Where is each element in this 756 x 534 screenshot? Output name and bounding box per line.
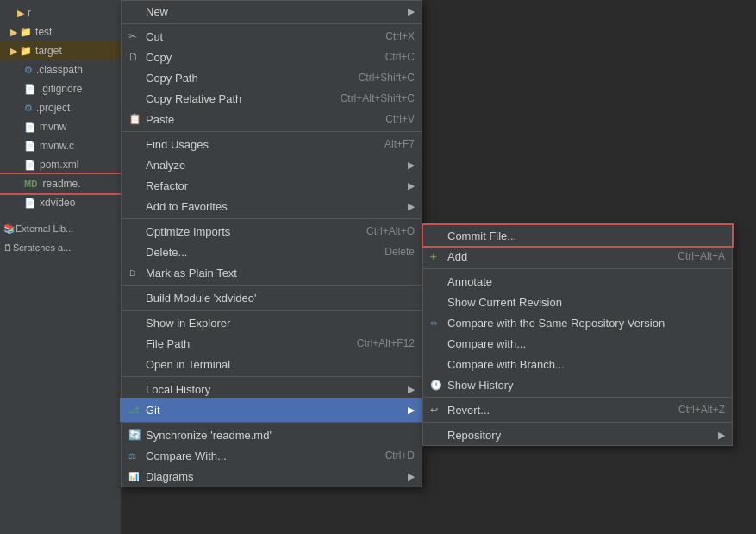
git-icon: ⎇: [128, 405, 140, 416]
file-icon: 📄: [24, 198, 36, 209]
menu-separator: [122, 218, 422, 219]
md-icon: MD: [24, 179, 38, 189]
menu-item-copy-path[interactable]: Copy Path Ctrl+Shift+C: [122, 67, 422, 88]
diagram-icon: 📊: [128, 472, 139, 481]
menu-item-paste[interactable]: 📋 Paste Ctrl+V: [122, 109, 422, 129]
git-sub-menu: Commit File... + Add Ctrl+Alt+A Annotate…: [422, 224, 733, 446]
menu-item-find-usages[interactable]: Find Usages Alt+F7: [122, 134, 422, 154]
menu-item-compare-branch[interactable]: Compare with Branch...: [423, 354, 732, 374]
menu-separator: [122, 285, 422, 286]
paste-icon: 📋: [128, 113, 141, 125]
menu-item-new[interactable]: New ▶: [122, 1, 422, 22]
plus-icon: +: [430, 250, 437, 263]
menu-item-copy[interactable]: 🗋 Copy Ctrl+C: [122, 47, 422, 67]
file-tree-item[interactable]: ▶ r: [0, 3, 121, 22]
menu-item-build-module[interactable]: Build Module 'xdvideo': [122, 287, 422, 308]
menu-item-compare-with2[interactable]: Compare with...: [423, 333, 732, 354]
menu-separator: [122, 23, 422, 24]
menu-separator: [423, 422, 732, 423]
menu-item-refactor[interactable]: Refactor ▶: [122, 175, 422, 196]
clock-icon: 🕐: [430, 380, 442, 391]
file-tree-item-scratches[interactable]: 🗒 Scratches a...: [0, 238, 121, 257]
menu-separator: [122, 131, 422, 132]
file-icon: 📄: [24, 122, 36, 133]
compare-repo-icon: ⇔: [430, 318, 437, 328]
scissors-icon: ✂: [128, 30, 137, 42]
file-tree-item[interactable]: 📄 pom.xml: [0, 155, 121, 174]
menu-separator: [423, 397, 732, 398]
sync-icon: 🔄: [128, 429, 141, 441]
menu-item-repository[interactable]: Repository ▶: [423, 424, 732, 445]
file-tree-item[interactable]: 📄 xdvideo: [0, 193, 121, 212]
arrow-icon: ▶: [408, 471, 415, 482]
file-tree-item[interactable]: ⚙ .classpath: [0, 60, 121, 79]
file-icon: ⚙: [24, 65, 33, 76]
file-icon: 📄: [24, 84, 36, 95]
menu-item-file-path[interactable]: File Path Ctrl+Alt+F12: [122, 333, 422, 354]
menu-item-compare-same-repo[interactable]: ⇔ Compare with the Same Repository Versi…: [423, 312, 732, 333]
menu-item-cut[interactable]: ✂ Cut Ctrl+X: [122, 26, 422, 47]
menu-item-add[interactable]: + Add Ctrl+Alt+A: [423, 246, 732, 267]
menu-item-git[interactable]: ⎇ Git ▶: [122, 399, 422, 420]
copy-icon: 🗋: [128, 51, 139, 63]
menu-item-show-history[interactable]: 🕐 Show History: [423, 374, 732, 395]
compare-icon: ⚖: [128, 451, 136, 461]
revert-icon: ↩: [430, 405, 438, 416]
menu-item-optimize-imports[interactable]: Optimize Imports Ctrl+Alt+O: [122, 221, 422, 242]
menu-item-show-current-revision[interactable]: Show Current Revision: [423, 292, 732, 312]
arrow-icon: ▶: [408, 160, 415, 171]
menu-item-revert[interactable]: ↩ Revert... Ctrl+Alt+Z: [423, 399, 732, 420]
file-tree-item-target[interactable]: ▶ 📁 target: [0, 41, 121, 60]
menu-item-synchronize[interactable]: 🔄 Synchronize 'readme.md': [122, 424, 422, 445]
menu-item-commit-file[interactable]: Commit File...: [423, 225, 732, 246]
menu-separator: [122, 376, 422, 377]
menu-separator: [122, 310, 422, 311]
arrow-icon: ▶: [408, 405, 415, 416]
menu-item-copy-relative-path[interactable]: Copy Relative Path Ctrl+Alt+Shift+C: [122, 88, 422, 109]
file-tree-item[interactable]: ⚙ .project: [0, 98, 121, 117]
file-icon: 📄: [24, 141, 36, 152]
file-tree-item[interactable]: ▶ 📁 test: [0, 22, 121, 41]
file-tree-item[interactable]: 📄 mvnw.c: [0, 136, 121, 155]
menu-item-local-history[interactable]: Local History ▶: [122, 379, 422, 399]
menu-item-show-explorer[interactable]: Show in Explorer: [122, 312, 422, 333]
arrow-icon: ▶: [408, 180, 415, 192]
arrow-icon: ▶: [408, 384, 415, 395]
file-icon: ⚙: [24, 103, 33, 114]
arrow-icon: ▶: [718, 430, 725, 441]
folder-icon: ▶: [17, 8, 24, 19]
xml-icon: 📄: [24, 160, 36, 171]
menu-separator: [423, 268, 732, 269]
menu-item-compare-with[interactable]: ⚖ Compare With... Ctrl+D: [122, 445, 422, 466]
menu-item-analyze[interactable]: Analyze ▶: [122, 154, 422, 175]
menu-item-diagrams[interactable]: 📊 Diagrams ▶: [122, 466, 422, 487]
folder-icon: ▶ 📁: [10, 27, 32, 38]
file-tree: ▶ r ▶ 📁 test ▶ 📁 target ⚙ .classpath 📄 .…: [0, 0, 121, 534]
menu-item-open-terminal[interactable]: Open in Terminal: [122, 354, 422, 374]
menu-separator: [122, 422, 422, 423]
file-tree-item-external-libs[interactable]: 📚 External Lib...: [0, 219, 121, 238]
menu-item-annotate[interactable]: Annotate: [423, 271, 732, 292]
main-context-menu: New ▶ ✂ Cut Ctrl+X 🗋 Copy Ctrl+C Copy Pa…: [121, 0, 422, 487]
file-tree-item[interactable]: 📄 .gitignore: [0, 79, 121, 98]
file-tree-item[interactable]: 📄 mvnw: [0, 117, 121, 136]
menu-item-delete[interactable]: Delete... Delete: [122, 242, 422, 262]
folder-icon: ▶ 📁: [10, 46, 32, 57]
menu-item-mark-plain-text[interactable]: 🗋 Mark as Plain Text: [122, 262, 422, 283]
arrow-icon: ▶: [408, 201, 415, 212]
arrow-icon: ▶: [408, 6, 415, 17]
menu-item-add-favorites[interactable]: Add to Favorites ▶: [122, 196, 422, 217]
file-tree-item-readme[interactable]: MD readme.: [0, 174, 121, 193]
mark-icon: 🗋: [128, 268, 137, 278]
